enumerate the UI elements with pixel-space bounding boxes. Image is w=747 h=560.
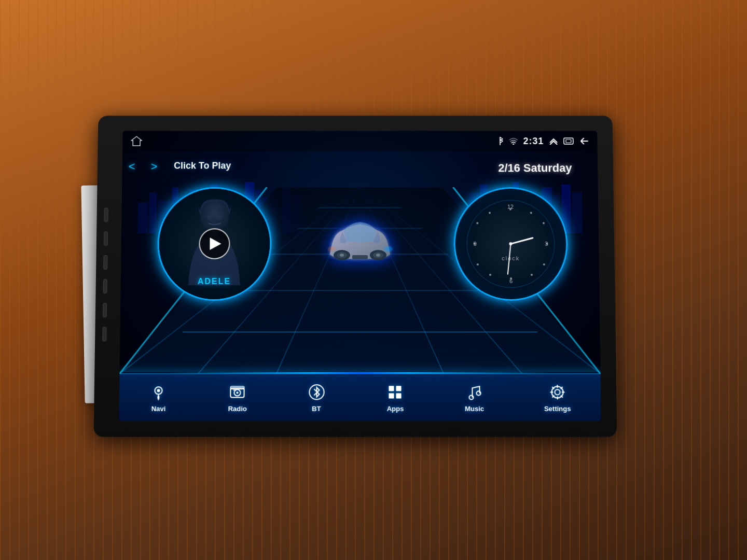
hour-marker-9 — [474, 243, 476, 245]
hour-marker-3 — [546, 243, 548, 245]
expand-icon[interactable] — [549, 137, 558, 145]
svg-point-60 — [157, 389, 160, 392]
home-side-button[interactable] — [103, 255, 107, 270]
car-head-unit: 2:31 — [93, 116, 617, 437]
svg-rect-45 — [566, 139, 571, 143]
svg-rect-67 — [389, 386, 394, 391]
vol-down-button[interactable] — [102, 327, 106, 341]
status-bar: 2:31 — [122, 131, 598, 151]
reset-button[interactable] — [104, 231, 108, 246]
nav-item-bt[interactable]: BT — [299, 379, 335, 417]
bottom-nav: Navi Radio — [119, 374, 601, 421]
hour-hand — [510, 237, 533, 244]
svg-point-56 — [384, 246, 393, 251]
music-label: Music — [465, 405, 484, 413]
hour-marker-5 — [531, 274, 533, 276]
side-buttons — [102, 208, 108, 342]
hour-marker-6 — [510, 277, 512, 279]
bt-icon — [307, 383, 326, 401]
settings-label: Settings — [544, 405, 571, 413]
artist-name: ADELE — [159, 277, 270, 286]
svg-rect-68 — [396, 386, 402, 391]
svg-rect-70 — [396, 393, 402, 398]
nav-item-radio[interactable]: Radio — [219, 379, 255, 417]
screen: 2:31 — [119, 131, 601, 421]
next-track-button[interactable]: > — [150, 160, 157, 174]
hour-marker-2 — [543, 222, 545, 224]
navi-label: Navi — [151, 405, 166, 413]
bt-label: BT — [312, 405, 321, 413]
status-bar-right: 2:31 — [496, 136, 589, 147]
nav-item-music[interactable]: Music — [457, 379, 493, 417]
home-icon — [131, 136, 142, 146]
radio-label: Radio — [228, 405, 247, 413]
hour-marker-11 — [489, 212, 491, 214]
svg-point-52 — [340, 254, 344, 257]
nav-item-apps[interactable]: Apps — [378, 379, 413, 417]
svg-point-63 — [237, 391, 239, 394]
apps-label: Apps — [387, 405, 404, 413]
svg-point-73 — [555, 389, 560, 395]
navi-icon — [149, 383, 169, 401]
car-graphic — [324, 213, 396, 272]
music-album-art: ADELE — [158, 189, 270, 299]
svg-point-55 — [376, 254, 380, 257]
svg-point-71 — [469, 395, 473, 399]
svg-point-72 — [476, 391, 480, 395]
svg-point-43 — [513, 144, 514, 145]
clock-center-dot — [509, 242, 512, 245]
hour-marker-1 — [530, 212, 532, 214]
desk-surface: 2:31 — [0, 0, 747, 560]
power-button[interactable] — [104, 208, 108, 222]
hour-marker-8 — [477, 263, 479, 265]
main-content: Click To Play < — [119, 151, 600, 374]
time-display: 2:31 — [523, 136, 544, 147]
svg-rect-44 — [564, 138, 573, 144]
prev-track-button[interactable]: < — [129, 160, 135, 174]
clock-face: 12 3 6 9 — [466, 200, 555, 288]
radio-icon — [228, 383, 247, 401]
play-icon — [210, 237, 221, 250]
click-to-play-label: Click To Play — [174, 161, 231, 172]
recents-icon[interactable] — [563, 137, 574, 145]
apps-icon — [386, 383, 405, 401]
music-icon — [465, 383, 483, 401]
back-side-button[interactable] — [103, 279, 107, 293]
nav-item-settings[interactable]: Settings — [535, 379, 579, 417]
svg-point-57 — [327, 246, 336, 251]
hour-marker-10 — [476, 222, 478, 224]
clock-label: clock — [502, 255, 520, 261]
clock-circle: 12 3 6 9 — [453, 187, 569, 301]
hour-marker-12 — [509, 208, 511, 211]
car-svg — [324, 213, 396, 270]
date-display: 2/16 Saturday — [498, 162, 572, 175]
hour-marker-7 — [489, 274, 491, 276]
vol-up-button[interactable] — [103, 303, 107, 317]
svg-rect-69 — [389, 393, 394, 398]
svg-point-49 — [217, 214, 223, 219]
music-circle[interactable]: ADELE — [157, 187, 271, 301]
bluetooth-status-icon — [496, 136, 504, 146]
svg-rect-58 — [352, 255, 368, 259]
hour-marker-4 — [543, 263, 545, 265]
svg-point-74 — [551, 386, 563, 398]
svg-point-48 — [207, 214, 212, 219]
nav-item-navi[interactable]: Navi — [141, 379, 176, 417]
wifi-status-icon — [509, 137, 518, 145]
status-bar-left — [131, 136, 142, 146]
play-button[interactable] — [199, 228, 230, 259]
settings-icon — [548, 383, 567, 401]
svg-marker-42 — [131, 136, 142, 146]
back-icon[interactable] — [579, 137, 589, 145]
